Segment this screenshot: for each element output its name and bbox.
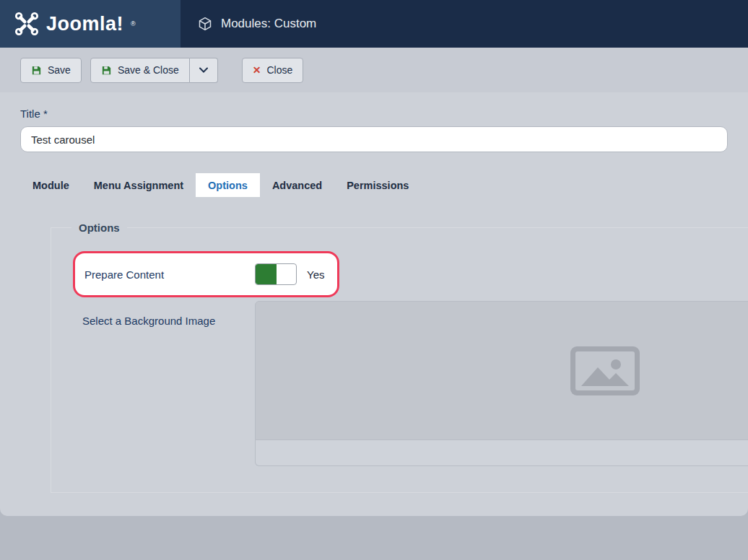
toggle-on-indicator xyxy=(256,264,277,284)
close-button-label: Close xyxy=(266,64,292,76)
tab-permissions[interactable]: Permissions xyxy=(334,173,421,197)
required-asterisk: * xyxy=(43,108,48,120)
save-dropdown-button[interactable] xyxy=(190,58,218,83)
chevron-down-icon xyxy=(199,67,208,73)
media-path-input[interactable] xyxy=(255,440,748,466)
tab-advanced[interactable]: Advanced xyxy=(260,173,334,197)
cube-icon xyxy=(198,17,212,31)
save-button-label: Save xyxy=(48,64,71,76)
background-image-label: Select a Background Image xyxy=(82,301,255,466)
save-close-button-label: Save & Close xyxy=(118,64,179,76)
image-icon xyxy=(570,346,640,395)
floppy-icon xyxy=(31,65,42,76)
options-legend: Options xyxy=(71,222,127,234)
title-label: Title * xyxy=(20,108,48,120)
brand[interactable]: Joomla!® xyxy=(0,0,181,48)
prepare-content-value: Yes xyxy=(307,268,324,281)
main-content: Title * Module Menu Assignment Options A… xyxy=(0,92,748,516)
save-button[interactable]: Save xyxy=(20,58,82,83)
title-field-block: Title * xyxy=(0,92,748,152)
tab-module[interactable]: Module xyxy=(20,173,82,197)
joomla-logo-icon xyxy=(14,12,39,36)
brand-reg-mark: ® xyxy=(131,20,136,27)
header-title-bar: Modules: Custom xyxy=(181,0,748,48)
tab-options[interactable]: Options xyxy=(196,173,260,197)
close-button[interactable]: ✕ Close xyxy=(242,58,304,83)
header: Joomla!® Modules: Custom xyxy=(0,0,748,48)
brand-name: Joomla! xyxy=(46,13,123,35)
prepare-content-label: Prepare Content xyxy=(84,268,255,281)
save-close-split-button: Save & Close xyxy=(90,58,218,83)
tab-bar: Module Menu Assignment Options Advanced … xyxy=(20,173,748,197)
background-image-field xyxy=(255,301,748,466)
tab-menu-assignment[interactable]: Menu Assignment xyxy=(82,173,196,197)
title-input[interactable] xyxy=(20,126,728,152)
prepare-content-row: Prepare Content Yes xyxy=(73,251,339,297)
background-image-row: Select a Background Image xyxy=(82,301,748,466)
page-title: Modules: Custom xyxy=(221,17,316,31)
title-label-text: Title xyxy=(20,108,40,120)
media-preview-dropzone[interactable] xyxy=(255,301,748,440)
floppy-icon xyxy=(101,65,112,76)
prepare-content-toggle[interactable] xyxy=(255,263,297,285)
save-close-button[interactable]: Save & Close xyxy=(90,58,190,83)
toolbar: Save Save & Close ✕ Close xyxy=(0,48,748,92)
x-icon: ✕ xyxy=(253,64,261,76)
options-fieldset: Options Prepare Content Yes Select a Bac… xyxy=(51,222,748,493)
